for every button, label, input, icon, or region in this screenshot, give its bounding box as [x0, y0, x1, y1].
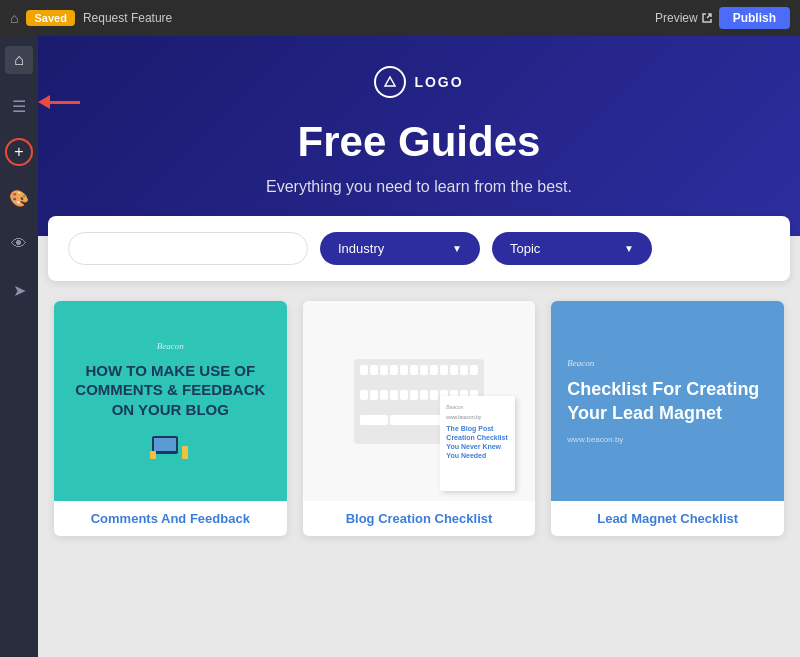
beacon-text-2: Beacon	[446, 404, 509, 410]
logo-icon	[382, 74, 398, 90]
card-illustration-1	[150, 431, 190, 461]
top-bar: ⌂ Saved Request Feature Preview Publish	[0, 0, 800, 36]
preview-button[interactable]: Preview	[655, 11, 713, 25]
publish-button[interactable]: Publish	[719, 7, 790, 29]
card-lead-magnet[interactable]: Beacon Checklist For Creating Your Lead …	[551, 301, 784, 536]
card-image-green: Beacon HOW TO MAKE USE OF COMMENTS & FEE…	[54, 301, 287, 501]
card-icons-1	[150, 431, 190, 461]
card-blog-creation[interactable]: Beacon www.beacon.by The Blog Post Creat…	[303, 301, 536, 536]
logo-circle	[374, 66, 406, 98]
hero-title: Free Guides	[58, 118, 780, 166]
saved-badge: Saved	[26, 10, 74, 26]
red-arrow	[38, 95, 80, 109]
sidebar-send-icon[interactable]: ➤	[5, 276, 33, 304]
sidebar-eye-icon[interactable]: 👁	[5, 230, 33, 258]
svg-rect-1	[154, 438, 176, 451]
cards-grid: Beacon HOW TO MAKE USE OF COMMENTS & FEE…	[38, 281, 800, 556]
industry-chevron-icon: ▼	[452, 243, 462, 254]
external-link-icon	[701, 12, 713, 24]
beacon-url-2: www.beacon.by	[446, 414, 509, 420]
card-image-gray: Beacon www.beacon.by The Blog Post Creat…	[303, 301, 536, 501]
hero-section: LOGO Free Guides Everything you need to …	[38, 36, 800, 236]
card-heading-1: HOW TO MAKE USE OF COMMENTS & FEEDBACK O…	[70, 361, 271, 420]
sidebar-palette-icon[interactable]: 🎨	[5, 184, 33, 212]
card-heading-3: Checklist For Creating Your Lead Magnet	[567, 378, 768, 425]
card-url-3: www.beacon.by	[567, 435, 623, 444]
search-input-wrap	[68, 232, 308, 265]
home-icon[interactable]: ⌂	[10, 10, 18, 26]
industry-dropdown[interactable]: Industry ▼	[320, 232, 480, 265]
card-brand-1: Beacon	[157, 341, 184, 351]
card-label-3: Lead Magnet Checklist	[551, 501, 784, 536]
filter-bar: Industry ▼ Topic ▼	[48, 216, 790, 281]
topic-chevron-icon: ▼	[624, 243, 634, 254]
search-input[interactable]	[68, 232, 308, 265]
arrow-line	[50, 101, 80, 104]
card-label-2: Blog Creation Checklist	[303, 501, 536, 536]
content-area: LOGO Free Guides Everything you need to …	[38, 36, 800, 657]
top-bar-right: Preview Publish	[655, 7, 790, 29]
sidebar-add-icon[interactable]: +	[5, 138, 33, 166]
card-image-blue: Beacon Checklist For Creating Your Lead …	[551, 301, 784, 501]
notebook-visual: Beacon www.beacon.by The Blog Post Creat…	[440, 396, 515, 491]
card-content-2: The Blog Post Creation Checklist You Nev…	[446, 424, 509, 460]
logo-text: LOGO	[414, 74, 463, 90]
request-feature-link[interactable]: Request Feature	[83, 11, 172, 25]
logo-area: LOGO	[58, 66, 780, 98]
topic-dropdown[interactable]: Topic ▼	[492, 232, 652, 265]
sidebar: ⌂ ☰ + 🎨 👁 ➤	[0, 36, 38, 657]
hero-subtitle: Everything you need to learn from the be…	[58, 178, 780, 196]
sidebar-home-icon[interactable]: ⌂	[5, 46, 33, 74]
svg-rect-3	[182, 446, 188, 459]
main-layout: ⌂ ☰ + 🎨 👁 ➤ LOGO Free Guides Everything …	[0, 36, 800, 657]
card-label-1: Comments And Feedback	[54, 501, 287, 536]
card-brand-3: Beacon	[567, 358, 594, 368]
top-bar-left: ⌂ Saved Request Feature	[10, 10, 647, 26]
arrow-head	[38, 95, 50, 109]
sidebar-document-icon[interactable]: ☰	[5, 92, 33, 120]
card-comments-feedback[interactable]: Beacon HOW TO MAKE USE OF COMMENTS & FEE…	[54, 301, 287, 536]
svg-rect-2	[150, 451, 156, 459]
